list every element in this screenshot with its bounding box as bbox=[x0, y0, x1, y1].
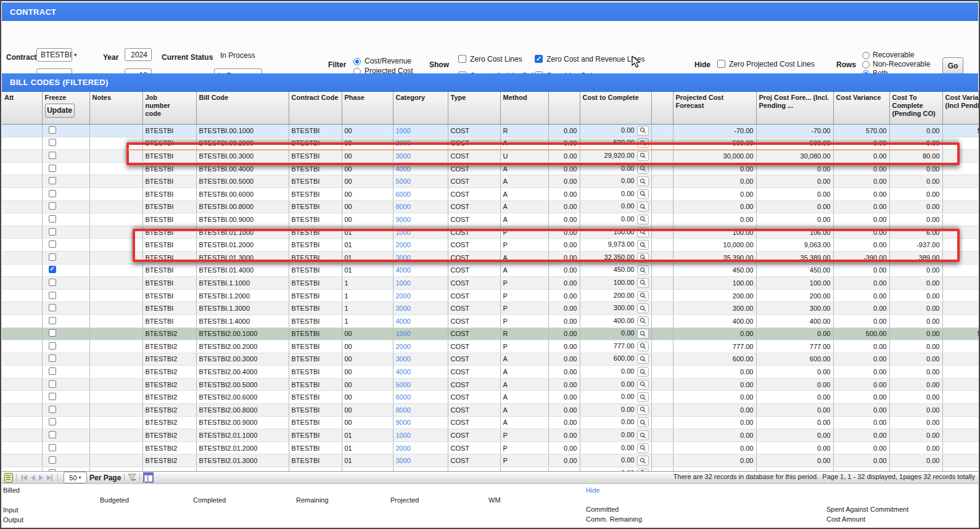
table-row[interactable]: BTESTBIBTESTBI.1.1000BTESTBI11000COSTP0.… bbox=[2, 277, 980, 290]
lookup-button[interactable] bbox=[637, 215, 649, 224]
cost-to-complete-pending-co-link[interactable]: 0.00 bbox=[926, 457, 939, 464]
rows-radio-non-recoverable[interactable] bbox=[862, 61, 870, 68]
category-link[interactable]: 4000 bbox=[396, 368, 411, 375]
first-page-button[interactable] bbox=[22, 475, 27, 481]
table-row[interactable]: BTESTBI2BTESTBI2.00.9000BTESTBI009000COS… bbox=[2, 416, 980, 429]
lookup-button[interactable] bbox=[637, 392, 649, 402]
cost-to-complete-pending-co-link[interactable]: 0.00 bbox=[926, 381, 939, 388]
category-link[interactable]: 5000 bbox=[396, 381, 411, 388]
category-link[interactable]: 3000 bbox=[396, 152, 411, 160]
table-row[interactable]: BTESTBIBTESTBI.00.9000BTESTBI009000COSTA… bbox=[2, 213, 980, 226]
category-link[interactable]: 4000 bbox=[396, 318, 411, 325]
lookup-button[interactable] bbox=[637, 430, 649, 440]
lookup-button[interactable] bbox=[637, 417, 649, 427]
freeze-checkbox[interactable] bbox=[49, 253, 56, 261]
last-page-button[interactable] bbox=[47, 475, 52, 481]
category-link[interactable]: 2000 bbox=[396, 445, 411, 452]
hide-checkbox-zero-projected-cost-lines[interactable] bbox=[717, 60, 725, 68]
freeze-checkbox[interactable] bbox=[49, 380, 56, 388]
lookup-button[interactable] bbox=[637, 228, 649, 237]
cost-to-complete-pending-co-link[interactable]: 80.00 bbox=[923, 152, 940, 160]
freeze-checkbox[interactable] bbox=[49, 406, 56, 413]
lookup-button[interactable] bbox=[637, 342, 649, 351]
lookup-button[interactable] bbox=[637, 126, 649, 136]
cost-to-complete-pending-co-link[interactable]: 0.00 bbox=[926, 419, 939, 426]
cost-to-complete-pending-co-link[interactable]: 0.00 bbox=[926, 368, 939, 375]
cost-to-complete-pending-co-link[interactable]: 0.00 bbox=[926, 279, 939, 287]
cost-to-complete-pending-co-link[interactable]: 0.00 bbox=[926, 266, 939, 274]
category-link[interactable]: 8000 bbox=[396, 406, 411, 414]
category-link[interactable]: 6000 bbox=[396, 191, 411, 198]
table-row[interactable]: BTESTBIBTESTBI.00.6000BTESTBI006000COSTA… bbox=[2, 187, 980, 200]
table-row[interactable]: BTESTBI2BTESTBI2.00.1000BTESTBI001000COS… bbox=[2, 327, 980, 340]
lookup-button[interactable] bbox=[637, 456, 649, 465]
category-link[interactable]: 4000 bbox=[396, 266, 411, 274]
lookup-button[interactable] bbox=[637, 329, 649, 338]
cost-to-complete-pending-co-link[interactable]: 0.00 bbox=[926, 127, 939, 134]
table-row[interactable]: BTESTBI2BTESTBI2.00.6000BTESTBI006000COS… bbox=[2, 391, 980, 404]
cost-to-complete-pending-co-link[interactable]: 0.00 bbox=[926, 165, 939, 173]
category-link[interactable]: 1000 bbox=[396, 127, 411, 134]
table-row[interactable]: BTESTBIBTESTBI.1.2000BTESTBI12000COSTP0.… bbox=[2, 289, 980, 302]
lookup-button[interactable] bbox=[637, 176, 649, 186]
freeze-checkbox[interactable] bbox=[49, 228, 56, 236]
cost-to-complete-pending-co-link[interactable]: 0.00 bbox=[926, 393, 939, 401]
lookup-button[interactable] bbox=[637, 303, 649, 313]
lookup-button[interactable] bbox=[637, 291, 649, 301]
cost-to-complete-pending-co-link[interactable]: 0.00 bbox=[926, 318, 939, 325]
lookup-button[interactable] bbox=[637, 202, 649, 211]
category-link[interactable]: 2000 bbox=[396, 292, 411, 300]
go-button[interactable]: Go bbox=[942, 57, 963, 74]
freeze-checkbox[interactable] bbox=[49, 215, 56, 223]
table-row[interactable]: BTESTBIBTESTBI.00.4000BTESTBI004000COSTA… bbox=[2, 162, 980, 175]
cost-to-complete-pending-co-link[interactable]: 0.00 bbox=[926, 445, 939, 452]
table-row[interactable]: BTESTBI2BTESTBI2.01.2000BTESTBI012000COS… bbox=[2, 441, 980, 454]
table-row[interactable]: BTESTBI2BTESTBI2.00.5000BTESTBI005000COS… bbox=[2, 378, 980, 391]
category-link[interactable]: 6000 bbox=[396, 393, 411, 401]
freeze-checkbox[interactable] bbox=[49, 342, 56, 350]
year-input[interactable]: 2024 bbox=[125, 48, 152, 61]
category-link[interactable]: 1000 bbox=[396, 229, 411, 236]
freeze-checkbox[interactable] bbox=[49, 444, 56, 451]
table-row[interactable]: BTESTBI2BTESTBI2.00.8000BTESTBI008000COS… bbox=[2, 404, 980, 417]
table-row[interactable]: BTESTBIBTESTBI.1.3000BTESTBI13000COSTP0.… bbox=[2, 302, 980, 315]
lookup-button[interactable] bbox=[637, 443, 649, 453]
freeze-checkbox[interactable] bbox=[49, 152, 56, 159]
freeze-checkbox[interactable] bbox=[49, 456, 56, 464]
cost-to-complete-pending-co-link[interactable]: 0.00 bbox=[926, 406, 939, 414]
lookup-button[interactable] bbox=[637, 151, 649, 161]
table-row[interactable]: BTESTBIBTESTBI.00.1000BTESTBI001000COSTR… bbox=[2, 125, 980, 137]
freeze-checkbox[interactable] bbox=[49, 317, 56, 324]
filter-radio-cost-revenue[interactable] bbox=[353, 58, 361, 65]
category-link[interactable]: 9000 bbox=[396, 216, 411, 223]
freeze-checkbox[interactable] bbox=[49, 393, 56, 400]
cost-to-complete-pending-co-link[interactable]: 0.00 bbox=[926, 432, 939, 439]
export-icon[interactable] bbox=[4, 473, 13, 483]
table-row[interactable]: BTESTBI2BTESTBI2.00.2000BTESTBI002000COS… bbox=[2, 340, 980, 353]
lookup-button[interactable] bbox=[637, 380, 649, 390]
category-link[interactable]: 2000 bbox=[396, 343, 411, 350]
category-link[interactable]: 3000 bbox=[396, 355, 411, 363]
lookup-button[interactable] bbox=[637, 253, 649, 263]
freeze-checkbox[interactable] bbox=[49, 177, 56, 184]
category-link[interactable]: 3000 bbox=[396, 254, 411, 261]
cost-to-complete-pending-co-link[interactable]: 0.00 bbox=[926, 355, 939, 363]
table-row[interactable]: BTESTBIBTESTBI.01.4000BTESTBI014000COSTA… bbox=[2, 264, 980, 277]
freeze-checkbox[interactable] bbox=[49, 355, 56, 362]
cost-to-complete-pending-co-link[interactable]: 0.00 bbox=[926, 343, 939, 350]
lookup-button[interactable] bbox=[637, 164, 649, 174]
prev-page-button[interactable] bbox=[31, 475, 35, 481]
freeze-checkbox[interactable] bbox=[49, 190, 56, 197]
freeze-checkbox[interactable] bbox=[49, 304, 56, 311]
category-link[interactable]: 3000 bbox=[396, 457, 411, 464]
table-row[interactable]: BTESTBIBTESTBI.00.2000BTESTBI002000COSTA… bbox=[2, 137, 980, 150]
cost-to-complete-pending-co-link[interactable]: 0.00 bbox=[926, 305, 939, 312]
cost-to-complete-pending-co-link[interactable]: 6.00 bbox=[926, 229, 939, 236]
table-row[interactable]: BTESTBIBTESTBI.00.8000BTESTBI008000COSTA… bbox=[2, 200, 980, 213]
freeze-checkbox[interactable] bbox=[49, 367, 56, 375]
category-link[interactable]: 9000 bbox=[396, 419, 411, 426]
lookup-button[interactable] bbox=[637, 316, 649, 326]
table-row[interactable]: BTESTBIBTESTBI.01.3000BTESTBI013000COSTA… bbox=[2, 251, 980, 264]
freeze-checkbox[interactable] bbox=[49, 240, 56, 248]
contract-select[interactable]: BTESTBI ▾ bbox=[36, 48, 72, 62]
